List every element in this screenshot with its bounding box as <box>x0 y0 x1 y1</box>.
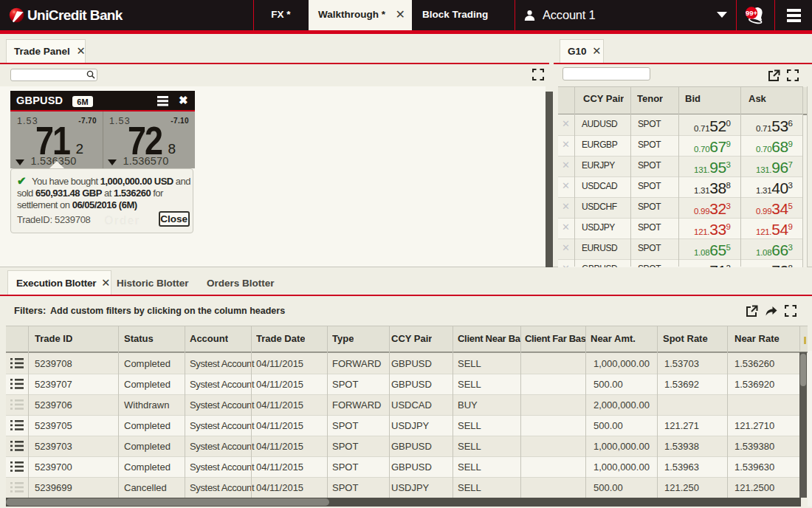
svg-text:99+: 99+ <box>746 9 758 17</box>
